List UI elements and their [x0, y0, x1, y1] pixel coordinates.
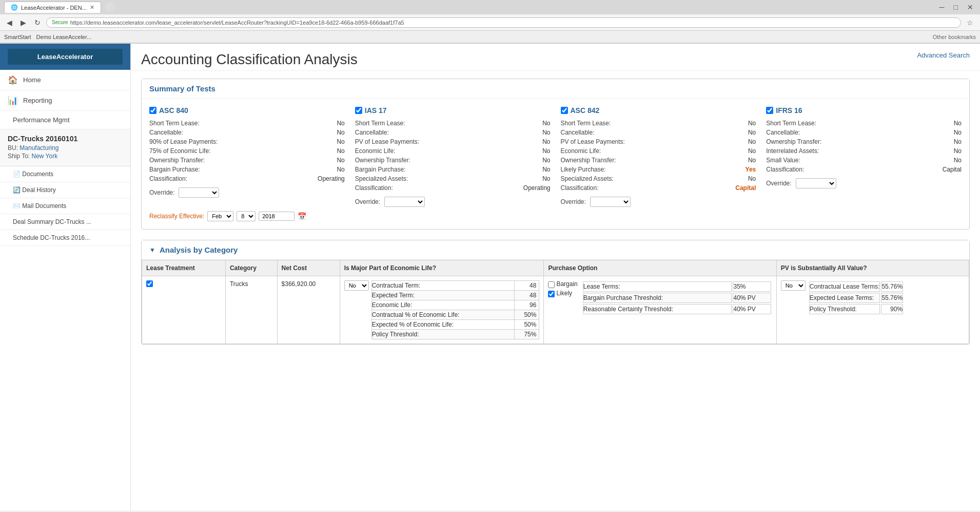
panel-toggle-icon[interactable]: ▼	[149, 246, 155, 254]
pv-row-2: Policy Threshold: 90%	[809, 304, 903, 314]
ias17-checkbox[interactable]	[355, 107, 362, 114]
test-column-ifrs16: IFRS 16 Short Term Lease: No Cancellable…	[766, 106, 962, 207]
sub-label-2: Economic Life:	[371, 300, 514, 310]
minimize-button[interactable]: ─	[937, 2, 947, 12]
sub-row-2: Economic Life: 96	[371, 300, 539, 310]
bargain-label: Bargain	[556, 280, 577, 288]
lease-treatment-cell	[142, 276, 226, 344]
po-value-1: 40% PV	[733, 293, 771, 303]
bookmark-demo[interactable]: Demo LeaseAcceler...	[36, 34, 92, 40]
po-label-2: Reasonable Certainty Threshold:	[583, 304, 732, 314]
ias17-row-2: PV of Lease Payments: No	[355, 138, 551, 145]
reclassify-day-select[interactable]: 12345678	[237, 211, 256, 221]
th-economic-life: Is Major Part of Economic Life?	[340, 260, 544, 276]
logo-button[interactable]: LeaseAccelerator	[8, 49, 123, 65]
sidebar-item-performance[interactable]: Performance Mgmt	[0, 111, 130, 129]
browser-url-bar[interactable]: Secure https://demo.leaseaccelerator.com…	[46, 17, 961, 28]
sidebar-item-home[interactable]: 🏠 Home	[0, 70, 130, 90]
bargain-row: Bargain	[548, 280, 577, 288]
ias17-row-5: Bargain Purchase: No	[355, 166, 551, 173]
asc840-row-2: 90% of Lease Payments: No	[149, 138, 345, 145]
back-button[interactable]: ◀	[4, 17, 15, 28]
ias17-header: IAS 17	[355, 106, 551, 115]
asc840-label-1: Cancellable:	[149, 129, 183, 136]
calendar-icon[interactable]: 📅	[298, 212, 306, 220]
ifrs16-override-select[interactable]: OperatingFinance	[796, 178, 836, 188]
ifrs16-header: IFRS 16	[766, 106, 962, 115]
pv-sub-table: Contractual Lease Terms: 55.76% Expected…	[808, 280, 904, 315]
bu-value-link[interactable]: Manufacturing	[19, 144, 58, 151]
forward-button[interactable]: ▶	[18, 17, 29, 28]
tests-grid: ASC 840 Short Term Lease: No Cancellable…	[149, 106, 962, 207]
purchase-option-cell: Bargain Likely	[544, 276, 776, 344]
asc840-value-2: No	[324, 138, 345, 145]
asc840-row-6: Classification: Operating	[149, 175, 345, 182]
reclassify-year-input[interactable]	[259, 212, 295, 221]
economic-life-dropdown[interactable]: NoYes	[344, 280, 369, 291]
sub-row-4: Expected % of Economic Life: 50%	[371, 320, 539, 330]
browser-tab[interactable]: 🌐 LeaseAccelerator - DEN... ✕	[4, 2, 101, 13]
sub-value-5: 75%	[514, 330, 539, 339]
pv-row-1: Expected Lease Terms: 55.76%	[809, 293, 903, 303]
ship-label: Ship To:	[8, 153, 31, 160]
pv-label-1: Expected Lease Terms:	[809, 293, 880, 303]
ias17-override-select[interactable]: OperatingFinance	[384, 197, 425, 207]
ifrs16-row-0: Short Term Lease: No	[766, 120, 962, 127]
net-cost-value: $366,920.00	[282, 280, 316, 288]
pv-value-cell: NoYes Contractual Lease Terms: 55.76%	[776, 276, 969, 344]
advanced-search-link[interactable]: Advanced Search	[917, 51, 970, 59]
reclassify-month-select[interactable]: JanFebMarAprMayJunJulAugSepOctNovDec	[207, 211, 233, 221]
asc840-value-5: No	[324, 166, 345, 173]
ias17-row-3: Economic Life: No	[355, 147, 551, 155]
deal-history-icon: 🔄	[13, 186, 22, 194]
asc840-checkbox[interactable]	[149, 107, 156, 114]
sub-label-5: Policy Threshold:	[371, 330, 514, 339]
ias17-row-1: Cancellable: No	[355, 129, 551, 136]
asc840-label-2: 90% of Lease Payments:	[149, 138, 218, 145]
bargain-checkbox[interactable]	[548, 281, 555, 288]
sidebar-logo: LeaseAccelerator	[0, 44, 130, 70]
pv-row-0: Contractual Lease Terms: 55.76%	[809, 281, 903, 292]
asc842-row-2: PV of Lease Payments: No	[561, 138, 756, 145]
schedule-label: Schedule DC-Trucks 2016...	[13, 234, 90, 241]
new-tab-button[interactable]	[105, 2, 115, 12]
likely-checkbox[interactable]	[548, 291, 555, 297]
asc842-override-select[interactable]: OperatingFinance	[590, 197, 631, 207]
main-content: Accounting Classification Analysis Advan…	[131, 44, 980, 510]
page-title: Accounting Classification Analysis	[141, 51, 358, 68]
mail-label: Mail Documents	[22, 202, 66, 210]
sidebar-item-reporting[interactable]: 📊 Reporting	[0, 90, 130, 111]
analysis-panel-body: Lease Treatment Category Net Cost Is Maj…	[142, 260, 969, 344]
ship-value-link[interactable]: New York	[31, 153, 57, 160]
app-container: LeaseAccelerator 🏠 Home 📊 Reporting Perf…	[0, 44, 980, 510]
asc840-label-6: Classification:	[149, 175, 187, 182]
ifrs16-checkbox[interactable]	[766, 107, 773, 114]
asc842-checkbox[interactable]	[561, 107, 568, 114]
summary-panel-body: ASC 840 Short Term Lease: No Cancellable…	[142, 99, 969, 229]
bookmark-star[interactable]: ☆	[964, 17, 976, 28]
ias17-row-6: Specialized Assets: No	[355, 175, 551, 182]
asc840-override-select[interactable]: OperatingCapital	[179, 187, 219, 198]
lease-treatment-checkbox[interactable]	[146, 280, 153, 287]
close-button[interactable]: ✕	[965, 2, 976, 12]
likely-label: Likely	[556, 290, 572, 297]
pv-dropdown[interactable]: NoYes	[781, 280, 806, 291]
sidebar-item-schedule[interactable]: Schedule DC-Trucks 2016...	[0, 230, 130, 246]
sidebar-item-documents[interactable]: 📄 Documents	[0, 166, 130, 182]
pv-label-0: Contractual Lease Terms:	[809, 281, 880, 292]
sidebar-performance-label: Performance Mgmt	[13, 116, 70, 124]
browser-tab-close[interactable]: ✕	[90, 4, 94, 11]
sidebar-item-deal-summary[interactable]: Deal Summary DC-Trucks ...	[0, 214, 130, 230]
asc840-label-5: Bargain Purchase:	[149, 166, 200, 173]
sidebar-item-mail-documents[interactable]: ✉️ Mail Documents	[0, 198, 130, 214]
asc842-row-0: Short Term Lease: No	[561, 120, 756, 127]
bookmark-smartstart[interactable]: SmartStart	[4, 34, 31, 40]
analysis-panel-title: Analysis by Category	[160, 245, 238, 254]
maximize-button[interactable]: □	[951, 2, 961, 12]
reload-button[interactable]: ↻	[32, 17, 43, 28]
sidebar-item-deal-history[interactable]: 🔄 Deal History	[0, 182, 130, 198]
asc840-row-4: Ownership Transfer: No	[149, 157, 345, 164]
browser-addressbar: ◀ ▶ ↻ Secure https://demo.leaseaccelerat…	[0, 14, 980, 31]
ifrs16-row-1: Cancellable: No	[766, 129, 962, 136]
sub-value-4: 50%	[514, 320, 539, 330]
